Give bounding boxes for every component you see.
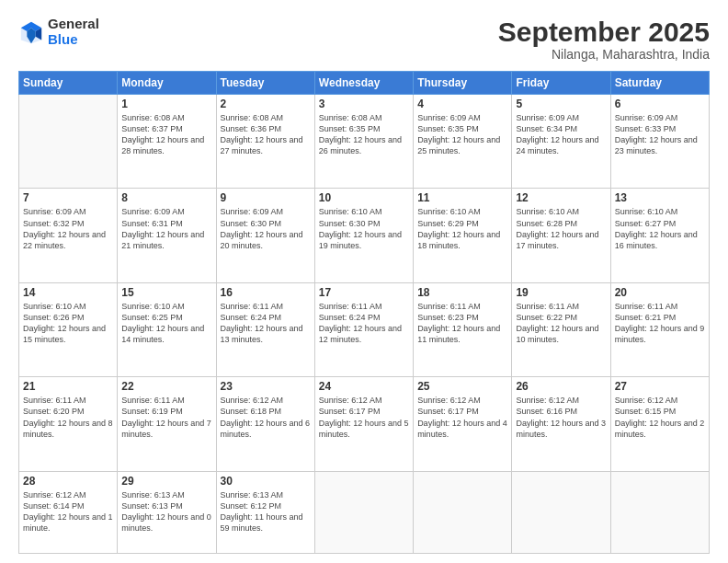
cell-day-number: 12 [516, 191, 606, 204]
table-row: 7Sunrise: 6:09 AM Sunset: 6:32 PM Daylig… [19, 189, 118, 282]
cell-day-number: 18 [417, 286, 507, 299]
cell-day-number: 13 [615, 191, 705, 204]
cell-day-number: 7 [23, 191, 113, 204]
table-row: 19Sunrise: 6:11 AM Sunset: 6:22 PM Dayli… [512, 282, 610, 376]
table-row [314, 471, 413, 553]
page: General Blue September 2025 Nilanga, Mah… [0, 0, 728, 563]
header-row: General Blue September 2025 Nilanga, Mah… [18, 17, 710, 62]
cell-info-text: Sunrise: 6:13 AM Sunset: 6:13 PM Dayligh… [121, 489, 211, 534]
cell-info-text: Sunrise: 6:11 AM Sunset: 6:24 PM Dayligh… [221, 301, 311, 346]
cell-info-text: Sunrise: 6:08 AM Sunset: 6:37 PM Dayligh… [121, 112, 211, 157]
table-row: 4Sunrise: 6:09 AM Sunset: 6:35 PM Daylig… [414, 95, 512, 189]
table-row: 1Sunrise: 6:08 AM Sunset: 6:37 PM Daylig… [118, 95, 216, 189]
cell-info-text: Sunrise: 6:13 AM Sunset: 6:12 PM Dayligh… [221, 489, 311, 534]
table-row: 14Sunrise: 6:10 AM Sunset: 6:26 PM Dayli… [19, 282, 118, 376]
col-friday: Friday [512, 72, 610, 95]
calendar-week-row: 7Sunrise: 6:09 AM Sunset: 6:32 PM Daylig… [19, 189, 710, 282]
table-row: 18Sunrise: 6:11 AM Sunset: 6:23 PM Dayli… [414, 282, 512, 376]
table-row: 15Sunrise: 6:10 AM Sunset: 6:25 PM Dayli… [118, 282, 216, 376]
cell-day-number: 28 [23, 475, 113, 488]
table-row: 9Sunrise: 6:09 AM Sunset: 6:30 PM Daylig… [216, 189, 314, 282]
cell-day-number: 1 [121, 98, 211, 110]
table-row: 12Sunrise: 6:10 AM Sunset: 6:28 PM Dayli… [512, 189, 610, 282]
cell-day-number: 14 [23, 286, 113, 299]
cell-day-number: 30 [221, 475, 311, 488]
table-row: 22Sunrise: 6:11 AM Sunset: 6:19 PM Dayli… [118, 377, 216, 471]
cell-info-text: Sunrise: 6:12 AM Sunset: 6:17 PM Dayligh… [417, 395, 507, 440]
logo-blue-text: Blue [48, 32, 99, 48]
table-row: 25Sunrise: 6:12 AM Sunset: 6:17 PM Dayli… [414, 377, 512, 471]
cell-day-number: 17 [319, 286, 409, 299]
calendar-week-row: 28Sunrise: 6:12 AM Sunset: 6:14 PM Dayli… [19, 471, 710, 553]
cell-day-number: 25 [417, 380, 507, 393]
table-row [414, 471, 512, 553]
month-title: September 2025 [498, 17, 710, 47]
table-row: 27Sunrise: 6:12 AM Sunset: 6:15 PM Dayli… [610, 377, 709, 471]
logo-text: General Blue [48, 17, 99, 47]
table-row: 23Sunrise: 6:12 AM Sunset: 6:18 PM Dayli… [216, 377, 314, 471]
cell-day-number: 27 [615, 380, 705, 393]
col-sunday: Sunday [19, 72, 118, 95]
table-row: 17Sunrise: 6:11 AM Sunset: 6:24 PM Dayli… [314, 282, 413, 376]
cell-info-text: Sunrise: 6:08 AM Sunset: 6:35 PM Dayligh… [319, 112, 409, 157]
calendar-week-row: 21Sunrise: 6:11 AM Sunset: 6:20 PM Dayli… [19, 377, 710, 471]
cell-day-number: 16 [221, 286, 311, 299]
cell-info-text: Sunrise: 6:12 AM Sunset: 6:15 PM Dayligh… [615, 395, 705, 440]
cell-day-number: 5 [516, 98, 606, 110]
cell-info-text: Sunrise: 6:11 AM Sunset: 6:24 PM Dayligh… [319, 301, 409, 346]
table-row: 20Sunrise: 6:11 AM Sunset: 6:21 PM Dayli… [610, 282, 709, 376]
table-row: 16Sunrise: 6:11 AM Sunset: 6:24 PM Dayli… [216, 282, 314, 376]
cell-day-number: 29 [121, 475, 211, 488]
col-tuesday: Tuesday [216, 72, 314, 95]
col-wednesday: Wednesday [314, 72, 413, 95]
cell-day-number: 21 [23, 380, 113, 393]
cell-info-text: Sunrise: 6:12 AM Sunset: 6:14 PM Dayligh… [23, 489, 113, 534]
cell-day-number: 4 [417, 98, 507, 110]
cell-day-number: 3 [319, 98, 409, 110]
cell-day-number: 15 [121, 286, 211, 299]
cell-info-text: Sunrise: 6:10 AM Sunset: 6:29 PM Dayligh… [417, 206, 507, 251]
col-monday: Monday [118, 72, 216, 95]
table-row: 21Sunrise: 6:11 AM Sunset: 6:20 PM Dayli… [19, 377, 118, 471]
cell-day-number: 11 [417, 191, 507, 204]
cell-day-number: 10 [319, 191, 409, 204]
cell-day-number: 22 [121, 380, 211, 393]
title-block: September 2025 Nilanga, Maharashtra, Ind… [498, 17, 710, 62]
cell-info-text: Sunrise: 6:10 AM Sunset: 6:30 PM Dayligh… [319, 206, 409, 251]
cell-info-text: Sunrise: 6:10 AM Sunset: 6:25 PM Dayligh… [121, 301, 211, 346]
cell-day-number: 23 [221, 380, 311, 393]
table-row: 8Sunrise: 6:09 AM Sunset: 6:31 PM Daylig… [118, 189, 216, 282]
calendar-week-row: 14Sunrise: 6:10 AM Sunset: 6:26 PM Dayli… [19, 282, 710, 376]
logo-general-text: General [48, 17, 99, 32]
table-row [512, 471, 610, 553]
cell-day-number: 20 [615, 286, 705, 299]
table-row: 24Sunrise: 6:12 AM Sunset: 6:17 PM Dayli… [314, 377, 413, 471]
location-subtitle: Nilanga, Maharashtra, India [498, 47, 710, 62]
cell-day-number: 19 [516, 286, 606, 299]
table-row: 29Sunrise: 6:13 AM Sunset: 6:13 PM Dayli… [118, 471, 216, 553]
cell-info-text: Sunrise: 6:11 AM Sunset: 6:21 PM Dayligh… [615, 301, 705, 346]
cell-info-text: Sunrise: 6:11 AM Sunset: 6:23 PM Dayligh… [417, 301, 507, 346]
cell-day-number: 6 [615, 98, 705, 110]
table-row: 30Sunrise: 6:13 AM Sunset: 6:12 PM Dayli… [216, 471, 314, 553]
cell-info-text: Sunrise: 6:10 AM Sunset: 6:27 PM Dayligh… [615, 206, 705, 251]
cell-day-number: 2 [221, 98, 311, 110]
cell-info-text: Sunrise: 6:09 AM Sunset: 6:31 PM Dayligh… [121, 206, 211, 251]
cell-info-text: Sunrise: 6:11 AM Sunset: 6:22 PM Dayligh… [516, 301, 606, 346]
cell-info-text: Sunrise: 6:10 AM Sunset: 6:26 PM Dayligh… [23, 301, 113, 346]
cell-day-number: 26 [516, 380, 606, 393]
table-row: 13Sunrise: 6:10 AM Sunset: 6:27 PM Dayli… [610, 189, 709, 282]
table-row: 10Sunrise: 6:10 AM Sunset: 6:30 PM Dayli… [314, 189, 413, 282]
cell-info-text: Sunrise: 6:12 AM Sunset: 6:16 PM Dayligh… [516, 395, 606, 440]
cell-info-text: Sunrise: 6:09 AM Sunset: 6:30 PM Dayligh… [221, 206, 311, 251]
table-row: 3Sunrise: 6:08 AM Sunset: 6:35 PM Daylig… [314, 95, 413, 189]
table-row [610, 471, 709, 553]
cell-info-text: Sunrise: 6:11 AM Sunset: 6:19 PM Dayligh… [121, 395, 211, 440]
calendar-table: Sunday Monday Tuesday Wednesday Thursday… [18, 71, 710, 554]
table-row: 26Sunrise: 6:12 AM Sunset: 6:16 PM Dayli… [512, 377, 610, 471]
cell-info-text: Sunrise: 6:12 AM Sunset: 6:17 PM Dayligh… [319, 395, 409, 440]
calendar-week-row: 1Sunrise: 6:08 AM Sunset: 6:37 PM Daylig… [19, 95, 710, 189]
cell-info-text: Sunrise: 6:09 AM Sunset: 6:35 PM Dayligh… [417, 112, 507, 157]
table-row: 11Sunrise: 6:10 AM Sunset: 6:29 PM Dayli… [414, 189, 512, 282]
cell-info-text: Sunrise: 6:10 AM Sunset: 6:28 PM Dayligh… [516, 206, 606, 251]
